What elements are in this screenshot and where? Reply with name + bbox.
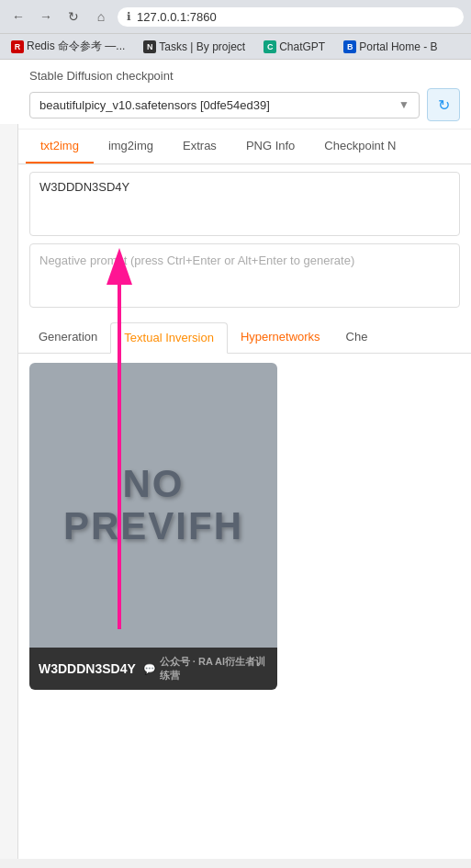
app-container: Stable Diffusion checkpoint beautifulpic… <box>0 60 471 859</box>
no-preview-line1: NO <box>63 463 243 505</box>
checkpoint-label: Stable Diffusion checkpoint <box>29 69 460 83</box>
bookmarks-bar: R Redis 命令参考 —... N Tasks | By project C… <box>0 34 471 60</box>
prompt-area: W3DDDN3SD4Y Negative prompt (press Ctrl+… <box>18 164 471 315</box>
bookmark-redis[interactable]: R Redis 命令参考 —... <box>7 37 129 56</box>
address-text: 127.0.0.1:7860 <box>137 10 217 24</box>
nav-home-button[interactable]: ⌂ <box>90 6 112 28</box>
left-sidebar <box>0 124 18 859</box>
wechat-badge: 💬 公众号 · RA AI衍生者训练营 <box>143 655 268 682</box>
sub-tab-checkpoints[interactable]: Che <box>333 322 381 353</box>
chevron-down-icon: ▼ <box>398 98 409 111</box>
refresh-icon: ↻ <box>438 96 450 114</box>
positive-prompt-box[interactable]: W3DDDN3SD4Y <box>29 172 460 236</box>
preview-card: NO PREVIFH W3DDDN3SD4Y 💬 公众号 · RA AI衍生者训… <box>29 363 277 690</box>
sub-tabs: Generation Textual Inversion Hypernetwor… <box>18 322 471 354</box>
negative-prompt-box[interactable]: Negative prompt (press Ctrl+Enter or Alt… <box>29 243 460 308</box>
checkpoint-section: Stable Diffusion checkpoint beautifulpic… <box>18 60 471 130</box>
checkpoint-value: beautifulpicy_v10.safetensors [0dfe54ed3… <box>39 98 270 112</box>
main-tabs: txt2img img2img Extras PNG Info Checkpoi… <box>18 130 471 164</box>
bookmark-portal[interactable]: B Portal Home - B <box>340 39 441 55</box>
wechat-icon: 💬 <box>143 663 156 675</box>
bookmark-portal-label: Portal Home - B <box>359 40 437 53</box>
lock-icon: ℹ <box>127 10 131 23</box>
wechat-label: 公众号 · RA AI衍生者训练营 <box>160 655 268 682</box>
sub-tab-textual-inversion[interactable]: Textual Inversion <box>110 322 228 354</box>
bookmark-notion-label: Tasks | By project <box>159 40 245 53</box>
nav-refresh-button[interactable]: ↻ <box>62 6 84 28</box>
address-bar[interactable]: ℹ 127.0.0.1:7860 <box>118 7 464 27</box>
bookmark-notion[interactable]: N Tasks | By project <box>140 39 249 55</box>
checkpoint-row: beautifulpicy_v10.safetensors [0dfe54ed3… <box>29 88 460 121</box>
no-preview-text: NO PREVIFH <box>63 463 243 547</box>
tab-extras[interactable]: Extras <box>168 130 231 163</box>
tab-pnginfo[interactable]: PNG Info <box>231 130 309 163</box>
browser-chrome: ← → ↻ ⌂ ℹ 127.0.0.1:7860 <box>0 0 471 34</box>
tab-checkpoint[interactable]: Checkpoint N <box>309 130 410 163</box>
preview-card-title: W3DDDN3SD4Y <box>39 661 136 676</box>
bookmark-notion-favicon: N <box>143 40 156 53</box>
bookmark-redis-favicon: R <box>11 40 24 53</box>
bookmark-chatgpt-label: ChatGPT <box>279 40 325 53</box>
nav-back-button[interactable]: ← <box>7 6 29 28</box>
bookmark-chatgpt-favicon: C <box>264 40 276 53</box>
bookmark-portal-favicon: B <box>343 40 356 53</box>
tab-txt2img[interactable]: txt2img <box>26 130 94 163</box>
refresh-button[interactable]: ↻ <box>427 88 460 121</box>
positive-prompt-text: W3DDDN3SD4Y <box>39 180 129 194</box>
preview-section: NO PREVIFH W3DDDN3SD4Y 💬 公众号 · RA AI衍生者训… <box>18 354 471 699</box>
nav-forward-button[interactable]: → <box>35 6 57 28</box>
preview-image: NO PREVIFH <box>29 363 277 648</box>
bookmark-redis-label: Redis 命令参考 —... <box>27 39 125 54</box>
bookmark-chatgpt[interactable]: C ChatGPT <box>260 39 329 55</box>
tab-img2img[interactable]: img2img <box>94 130 168 163</box>
preview-footer: W3DDDN3SD4Y 💬 公众号 · RA AI衍生者训练营 <box>29 648 277 690</box>
sub-tab-generation[interactable]: Generation <box>26 322 110 353</box>
sub-tab-hypernetworks[interactable]: Hypernetworks <box>228 322 333 353</box>
negative-prompt-placeholder: Negative prompt (press Ctrl+Enter or Alt… <box>39 254 354 267</box>
checkpoint-select[interactable]: beautifulpicy_v10.safetensors [0dfe54ed3… <box>29 92 420 118</box>
no-preview-line2: PREVIFH <box>63 505 243 547</box>
